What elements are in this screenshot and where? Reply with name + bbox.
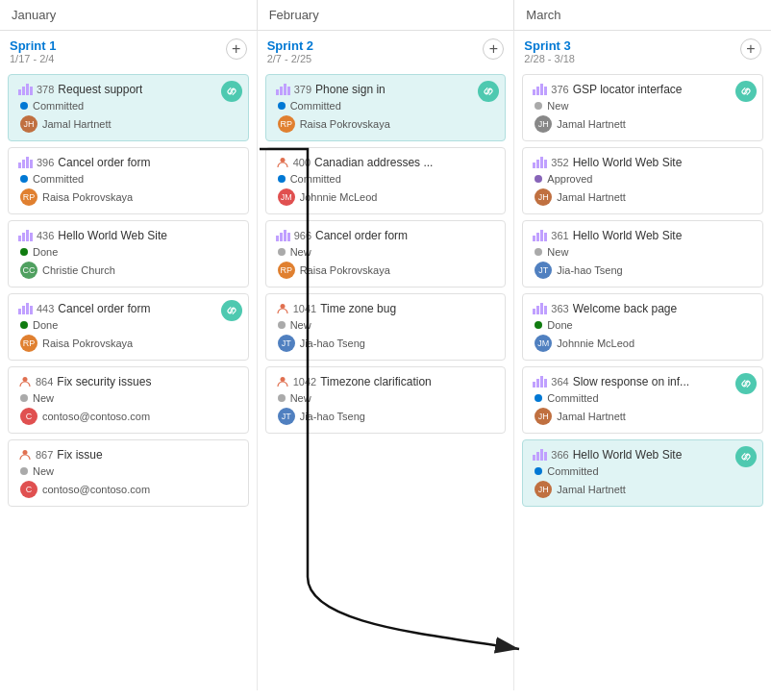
task-card[interactable]: 366 Hello World Web Site Committed JH Ja… — [522, 439, 763, 507]
link-badge[interactable] — [735, 446, 757, 467]
sprint-columns: Sprint 1 1/17 - 2/4 + 378 Request suppor… — [0, 31, 771, 690]
assignee-name: Johnnie McLeod — [557, 338, 634, 349]
task-card[interactable]: 378 Request support Committed JH Jamal H… — [8, 74, 249, 141]
task-card[interactable]: 443 Cancel order form Done RP Raisa Pokr… — [8, 293, 249, 361]
avatar: JH — [535, 481, 552, 498]
sprint-3-dates: 2/28 - 3/18 — [524, 53, 575, 64]
card-status: Done — [18, 246, 238, 258]
card-number: 363 — [551, 303, 568, 314]
sprint-2-cards: 379 Phone sign in Committed RP Raisa Pok… — [265, 74, 507, 434]
status-dot — [535, 175, 542, 183]
sprint-3-title: Sprint 3 — [524, 38, 575, 53]
card-assignee: C contoso@contoso.com — [18, 481, 238, 498]
sprint-3-header: Sprint 3 2/28 - 3/18 + — [522, 38, 763, 64]
card-status: New — [276, 246, 496, 258]
task-card[interactable]: 396 Cancel order form Committed RP Raisa… — [8, 147, 249, 214]
assignee-name: Jamal Hartnett — [557, 411, 626, 422]
status-dot — [20, 321, 28, 329]
sprint-2-dates: 2/7 - 2/25 — [267, 53, 313, 64]
link-badge[interactable] — [221, 81, 242, 102]
assignee-name: Raisa Pokrovskaya — [300, 264, 390, 276]
avatar: JM — [278, 188, 295, 206]
avatar: JH — [535, 188, 552, 206]
status-text: Done — [547, 319, 572, 331]
assignee-name: Jamal Hartnett — [557, 118, 626, 130]
task-card[interactable]: 379 Phone sign in Committed RP Raisa Pok… — [265, 74, 507, 141]
card-assignee: JM Johnnie McLeod — [533, 335, 753, 352]
assignee-name: Raisa Pokrovskaya — [300, 118, 390, 130]
status-dot — [535, 394, 542, 402]
avatar: CC — [20, 262, 37, 279]
task-card[interactable]: 867 Fix issue New C contoso@contoso.com — [8, 439, 249, 507]
card-top: 1041 Time zone bug — [276, 302, 496, 315]
card-top: 363 Welcome back page — [533, 302, 753, 315]
sprint-2-add-button[interactable]: + — [483, 38, 504, 60]
status-dot — [278, 394, 286, 402]
grid-icon — [533, 84, 547, 95]
svg-point-3 — [280, 304, 285, 309]
status-text: New — [33, 392, 54, 404]
link-badge[interactable] — [735, 373, 757, 394]
card-title: Slow response on inf... — [573, 375, 689, 388]
assignee-name: Jamal Hartnett — [557, 191, 626, 203]
link-badge[interactable] — [735, 81, 757, 102]
task-card[interactable]: 376 GSP locator interface New JH Jamal H… — [522, 74, 763, 141]
card-status: Committed — [276, 173, 496, 185]
avatar: JT — [535, 262, 552, 279]
person-icon — [276, 156, 289, 169]
card-top: 436 Hello World Web Site — [18, 229, 238, 242]
link-badge[interactable] — [221, 300, 242, 321]
assignee-name: Jia-hao Tseng — [300, 338, 365, 349]
task-card[interactable]: 436 Hello World Web Site Done CC Christi… — [8, 220, 249, 288]
task-card[interactable]: 361 Hello World Web Site New JT Jia-hao … — [522, 220, 763, 288]
card-number: 1041 — [293, 303, 316, 314]
sprint-3-add-button[interactable]: + — [740, 38, 761, 60]
card-title: Fix issue — [57, 448, 102, 462]
task-card[interactable]: 400 Canadian addresses ... Committed JM … — [265, 147, 507, 214]
sprint-2-header: Sprint 2 2/7 - 2/25 + — [265, 38, 507, 64]
grid-icon — [533, 230, 547, 241]
card-title: GSP locator interface — [573, 83, 683, 96]
sprint-1-header: Sprint 1 1/17 - 2/4 + — [8, 38, 249, 64]
card-assignee: JH Jamal Hartnett — [533, 188, 753, 206]
card-assignee: JT Jia-hao Tseng — [533, 262, 753, 279]
card-status: Committed — [533, 392, 753, 404]
person-icon — [276, 302, 289, 315]
card-assignee: C contoso@contoso.com — [18, 408, 238, 425]
grid-icon — [276, 84, 290, 95]
status-text: New — [547, 246, 568, 258]
card-top: 379 Phone sign in — [276, 83, 496, 96]
card-top: 443 Cancel order form — [18, 302, 238, 315]
task-card[interactable]: 352 Hello World Web Site Approved JH Jam… — [522, 147, 763, 214]
card-top: 361 Hello World Web Site — [533, 229, 753, 242]
sprint-3-cards: 376 GSP locator interface New JH Jamal H… — [522, 74, 763, 507]
task-card[interactable]: 363 Welcome back page Done JM Johnnie Mc… — [522, 293, 763, 361]
card-status: New — [276, 319, 496, 331]
card-number: 864 — [36, 376, 53, 388]
link-badge[interactable] — [478, 81, 499, 102]
avatar: JT — [278, 335, 295, 352]
card-assignee: JT Jia-hao Tseng — [276, 408, 496, 425]
avatar: RP — [20, 335, 37, 352]
status-dot — [535, 248, 542, 256]
avatar: RP — [20, 188, 37, 206]
sprint-1-add-button[interactable]: + — [226, 38, 247, 60]
sprint-1-cards: 378 Request support Committed JH Jamal H… — [8, 74, 249, 507]
task-card[interactable]: 864 Fix security issues New C contoso@co… — [8, 366, 249, 434]
status-dot — [20, 102, 28, 110]
task-card[interactable]: 966 Cancel order form New RP Raisa Pokro… — [265, 220, 507, 288]
status-text: New — [33, 465, 54, 477]
sprint-2-column: Sprint 2 2/7 - 2/25 + 379 Phone sign in … — [258, 31, 515, 690]
card-top: 864 Fix security issues — [18, 375, 238, 388]
card-status: Done — [533, 319, 753, 331]
grid-icon — [18, 230, 33, 241]
card-title: Timezone clarification — [320, 375, 432, 388]
card-top: 366 Hello World Web Site — [533, 448, 753, 462]
task-card[interactable]: 364 Slow response on inf... Committed JH… — [522, 366, 763, 434]
status-text: Approved — [547, 173, 592, 185]
task-card[interactable]: 1042 Timezone clarification New JT Jia-h… — [265, 366, 507, 434]
card-assignee: JM Johnnie McLeod — [276, 188, 496, 206]
card-number: 436 — [37, 230, 54, 241]
avatar: JH — [535, 115, 552, 133]
task-card[interactable]: 1041 Time zone bug New JT Jia-hao Tseng — [265, 293, 507, 361]
